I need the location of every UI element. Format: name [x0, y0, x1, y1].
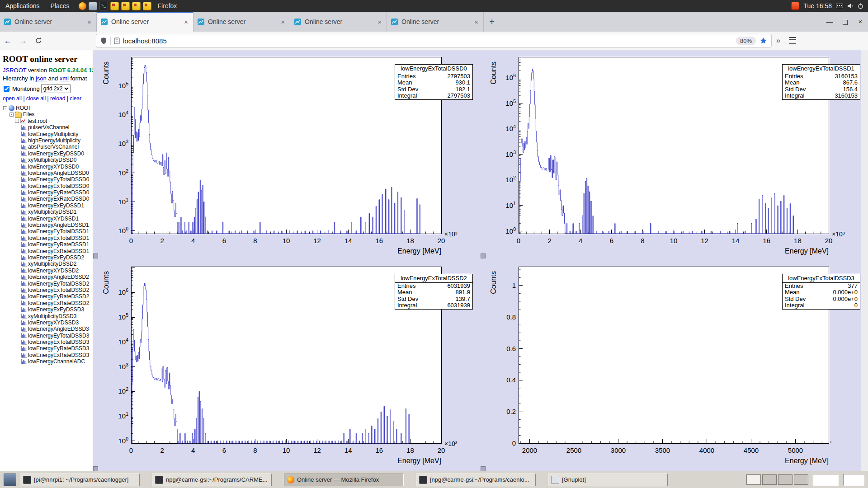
- resize-handle[interactable]: [481, 466, 486, 471]
- tab-close-icon[interactable]: ×: [86, 18, 92, 26]
- action-link-reload[interactable]: reload: [50, 95, 65, 102]
- firefox-icon[interactable]: [79, 2, 86, 10]
- workspace-cell-4[interactable]: [794, 474, 808, 485]
- taskbar-window-button[interactable]: [pi@nnrpi1: ~/Programs/caenlogger]: [20, 474, 140, 486]
- tree-row-lowEnergyExTotalDSSD2[interactable]: lowEnergyExTotalDSSD2: [0, 287, 93, 293]
- overflow-menu-icon[interactable]: »: [772, 37, 785, 45]
- tab-close-icon[interactable]: ×: [183, 18, 189, 26]
- tree-row-lowEnergyExRateDSSD3[interactable]: lowEnergyExRateDSSD3: [0, 352, 93, 358]
- tree-row-xyMultiplicityDSSD2[interactable]: xyMultiplicityDSSD2: [0, 261, 93, 267]
- workspace-cell-2[interactable]: [762, 474, 777, 485]
- tree-row-lowEnergyChannelADC[interactable]: lowEnergyChannelADC: [0, 358, 93, 365]
- tree-row-absPulserVsChannel[interactable]: absPulserVsChannel: [0, 144, 93, 150]
- tree-row-lowEnergyExEyDSSD3[interactable]: lowEnergyExEyDSSD3: [0, 306, 93, 313]
- tab-close-icon[interactable]: ×: [377, 18, 382, 26]
- tree-row-lowEnergyEyTotalDSSD3[interactable]: lowEnergyEyTotalDSSD3: [0, 333, 93, 339]
- resize-handle[interactable]: [93, 253, 98, 258]
- resize-handle[interactable]: [481, 253, 486, 258]
- applications-menu[interactable]: Applications: [0, 0, 45, 12]
- resize-handle[interactable]: [93, 466, 98, 471]
- tree-row-lowEnergyXYDSSD2[interactable]: lowEnergyXYDSSD2: [0, 267, 93, 274]
- monitoring-checkbox[interactable]: [4, 86, 9, 92]
- tree-row-lowEnergyXYDSSD0[interactable]: lowEnergyXYDSSD0: [0, 164, 93, 170]
- workspace-cell-3[interactable]: [778, 474, 793, 485]
- tree-row-lowEnergyExRateDSSD1[interactable]: lowEnergyExRateDSSD1: [0, 248, 93, 254]
- tree-row-lowEnergyXYDSSD1[interactable]: lowEnergyXYDSSD1: [0, 216, 93, 222]
- tree-row-highEnergyMultiplicity[interactable]: highEnergyMultiplicity: [0, 137, 93, 144]
- bookmark-star-icon[interactable]: [760, 37, 767, 45]
- workspace-cell-1[interactable]: [746, 474, 761, 485]
- taskbar-window-button[interactable]: Online server — Mozilla Firefox: [284, 474, 404, 486]
- page-info-icon[interactable]: [114, 38, 120, 44]
- zoom-indicator[interactable]: 80%: [736, 37, 756, 45]
- taskbar-window-button[interactable]: [npg@carme-gsi:~/Programs/caenlo...: [416, 474, 536, 486]
- action-link-open-all[interactable]: open all: [3, 95, 22, 102]
- tree-row-lowEnergyAngleEDSSD2[interactable]: lowEnergyAngleEDSSD2: [0, 274, 93, 280]
- tree-row-files[interactable]: -Files: [0, 111, 93, 117]
- tree-row-lowEnergyExEyDSSD1[interactable]: lowEnergyExEyDSSD1: [0, 202, 93, 209]
- tree-row-pulserVsChannel[interactable]: pulserVsChannel: [0, 124, 93, 131]
- browser-tab-5[interactable]: Online server×: [387, 12, 484, 32]
- stats-box-lowEnergyExTotalDSSD2[interactable]: lowEnergyExTotalDSSD2Entries6031939Mean8…: [395, 274, 473, 310]
- tree-row-lowEnergyAngleEDSSD0[interactable]: lowEnergyAngleEDSSD0: [0, 170, 93, 176]
- minimize-button[interactable]: —: [822, 12, 837, 32]
- tree-row-testroot[interactable]: -test.root: [0, 118, 93, 124]
- show-desktop-icon[interactable]: [4, 474, 16, 486]
- restore-button[interactable]: [837, 12, 853, 32]
- tree-row-lowEnergyMultiplicity[interactable]: lowEnergyMultiplicity: [0, 131, 93, 137]
- tree-row-xyMultiplicityDSSD1[interactable]: xyMultiplicityDSSD1: [0, 209, 93, 215]
- histogram-canvas[interactable]: 10010110210310410502468101214161820×10³E…: [93, 50, 861, 471]
- tree-row-lowEnergyXYDSSD3[interactable]: lowEnergyXYDSSD3: [0, 319, 93, 326]
- url-text[interactable]: localhost:8085: [123, 37, 167, 45]
- action-link-clear[interactable]: clear: [70, 95, 81, 102]
- taskbar-window-button[interactable]: npg@carme-gsi:~/Programs/CARME...: [152, 474, 272, 486]
- yellow-app-icon[interactable]: [143, 2, 151, 10]
- close-button[interactable]: ×: [853, 12, 868, 32]
- scrollbar-track[interactable]: [861, 50, 868, 471]
- tree-row-lowEnergyExEyDSSD0[interactable]: lowEnergyExEyDSSD0: [0, 150, 93, 157]
- action-link-close-all[interactable]: close all: [26, 95, 46, 102]
- json-link[interactable]: json: [36, 75, 47, 82]
- stats-box-lowEnergyExTotalDSSD3[interactable]: lowEnergyExTotalDSSD3Entries377Mean0.000…: [782, 274, 860, 310]
- places-menu[interactable]: Places: [45, 0, 75, 12]
- collapse-toggle-icon[interactable]: -: [9, 113, 14, 117]
- tree-row-lowEnergyAngleEDSSD3[interactable]: lowEnergyAngleEDSSD3: [0, 326, 93, 332]
- new-tab-button[interactable]: +: [484, 12, 500, 32]
- jsroot-link[interactable]: JSROOT: [3, 67, 27, 74]
- browser-tab-4[interactable]: Online server×: [290, 12, 387, 32]
- browser-tab-1[interactable]: Online server×: [0, 12, 97, 32]
- plot-lowEnergyExTotalDSSD3[interactable]: 00.20.40.60.8120002500300035004000450050…: [490, 267, 831, 465]
- shield-icon[interactable]: [100, 37, 107, 45]
- browser-tab-3[interactable]: Online server×: [193, 12, 290, 32]
- collapse-toggle-icon[interactable]: -: [3, 106, 7, 110]
- back-button[interactable]: ←: [0, 33, 15, 48]
- yellow-app-icon[interactable]: [132, 2, 141, 10]
- power-icon[interactable]: [858, 3, 863, 9]
- stats-box-lowEnergyExTotalDSSD1[interactable]: lowEnergyExTotalDSSD1Entries3160153Mean8…: [782, 64, 860, 100]
- volume-icon[interactable]: [847, 3, 854, 9]
- collapse-toggle-icon[interactable]: -: [15, 119, 19, 123]
- tree-row-lowEnergyExTotalDSSD0[interactable]: lowEnergyExTotalDSSD0: [0, 183, 93, 189]
- stats-box-lowEnergyExTotalDSSD0[interactable]: lowEnergyExTotalDSSD0Entries2797503Mean9…: [395, 64, 473, 100]
- tree-row-lowEnergyEyTotalDSSD2[interactable]: lowEnergyEyTotalDSSD2: [0, 281, 93, 287]
- yellow-app-icon[interactable]: [121, 2, 130, 10]
- tab-close-icon[interactable]: ×: [280, 18, 286, 26]
- taskbar-window-button[interactable]: [Gnuplot]: [548, 474, 668, 486]
- keyboard-icon[interactable]: [836, 3, 843, 9]
- tree-row-lowEnergyExTotalDSSD1[interactable]: lowEnergyExTotalDSSD1: [0, 235, 93, 241]
- terminal-icon[interactable]: >_: [99, 2, 108, 10]
- app-menu-button[interactable]: [785, 33, 800, 48]
- browser-tab-2[interactable]: Online server×: [97, 12, 193, 32]
- tree-row-xyMultiplicityDSSD0[interactable]: xyMultiplicityDSSD0: [0, 157, 93, 163]
- clock[interactable]: Tue 16:58: [803, 2, 832, 9]
- tree-row-root[interactable]: -ROOT: [0, 105, 93, 111]
- yellow-app-icon[interactable]: [110, 2, 119, 10]
- tree-row-lowEnergyEyRateDSSD3[interactable]: lowEnergyEyRateDSSD3: [0, 345, 93, 352]
- tree-row-lowEnergyEyRateDSSD0[interactable]: lowEnergyEyRateDSSD0: [0, 189, 93, 196]
- tree-row-lowEnergyEyTotalDSSD0[interactable]: lowEnergyEyTotalDSSD0: [0, 176, 93, 183]
- url-bar[interactable]: localhost:8085 80%: [96, 34, 772, 47]
- tree-row-lowEnergyAngleEDSSD1[interactable]: lowEnergyAngleEDSSD1: [0, 222, 93, 228]
- grid-select[interactable]: grid 2x2: [41, 84, 71, 93]
- files-icon[interactable]: [89, 2, 97, 10]
- tree-row-lowEnergyExTotalDSSD3[interactable]: lowEnergyExTotalDSSD3: [0, 339, 93, 345]
